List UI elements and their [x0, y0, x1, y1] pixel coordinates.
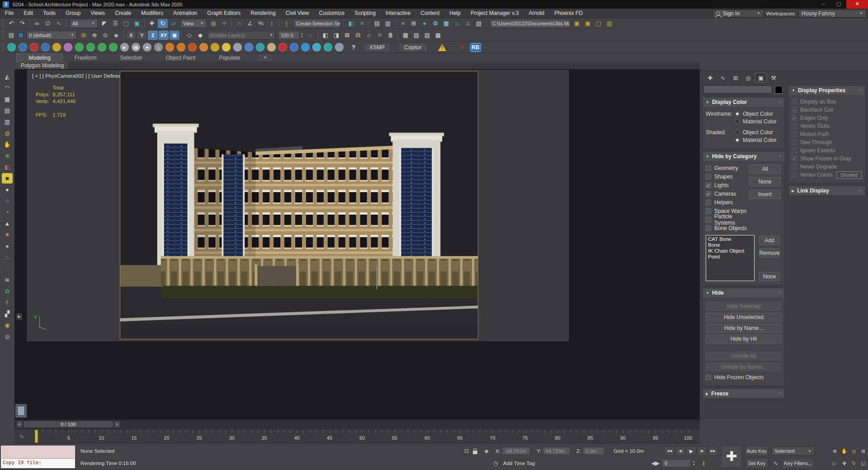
left-tool-icon-19[interactable]: ≋	[2, 275, 13, 285]
scene-explorer-panel-icon[interactable]: ▤	[6, 31, 16, 40]
dp-checkbox-see-through[interactable]	[792, 140, 797, 145]
object-color-swatch[interactable]	[775, 86, 783, 94]
render-setup-icon[interactable]: ⚙	[430, 19, 440, 28]
plugin-icon-21[interactable]	[233, 43, 242, 52]
default-tangent-icon[interactable]: ∿	[771, 459, 780, 467]
dp-checkbox-backface-cull[interactable]: –	[792, 107, 797, 113]
zoom-icon[interactable]: ⊕	[830, 447, 839, 456]
left-tool-icon-16[interactable]: ●	[2, 241, 13, 251]
hide-category-none-button[interactable]: None	[749, 177, 781, 186]
close-button[interactable]: ✕	[846, 0, 868, 9]
selection-lock-icon[interactable]	[473, 451, 477, 454]
menu-item-scripting[interactable]: Scripting	[349, 9, 381, 18]
plugin-icon-26[interactable]	[290, 43, 298, 52]
left-tool-icon-13[interactable]: ◔	[2, 207, 13, 217]
constraint-z-button[interactable]: Z	[148, 31, 158, 40]
hide-by-category-header[interactable]: ▼Hide by Category∷	[703, 152, 784, 161]
snaps-toggle-icon[interactable]: ∩	[234, 19, 244, 28]
plugin-icon-19[interactable]	[211, 43, 219, 52]
viewport-layout-flyout-arrow[interactable]: ▶	[16, 313, 22, 320]
value-spinner[interactable]: ▲▼	[301, 32, 303, 38]
left-tool-icon-11[interactable]: ●	[2, 184, 13, 195]
z-coord-field[interactable]: 0.0m	[583, 447, 604, 455]
hide-category-invert-button[interactable]: Invert	[749, 190, 781, 199]
category-checkbox-lights[interactable]: ✓	[706, 183, 711, 188]
polygon-tool-icon[interactable]: ◇	[184, 31, 194, 40]
enable-layers-dropdown[interactable]: (Enable Layers)▼	[207, 31, 276, 40]
previous-frame-icon[interactable]: ◀|	[675, 446, 685, 456]
pan-keyframe-icon[interactable]: ✋	[840, 447, 849, 456]
dp-checkbox-vertex-colors[interactable]	[792, 172, 797, 178]
left-tool-icon-15[interactable]: ☀	[2, 230, 13, 240]
plugin-icon-8[interactable]	[86, 43, 95, 52]
plugin-icon-23[interactable]	[256, 43, 264, 52]
plugin-icon-29[interactable]	[324, 43, 332, 52]
pivot-surface-icon[interactable]: ◉	[170, 31, 179, 40]
viewport-layout-tab[interactable]	[15, 404, 27, 418]
shaded-material-color-radio[interactable]	[735, 137, 740, 143]
zoom-extents-all-icon[interactable]: ⊞	[859, 447, 868, 456]
hide-by-name[interactable]: Hide by Name...	[706, 324, 782, 333]
select-and-link-icon[interactable]: ∞	[32, 19, 42, 28]
plugin-icon-28[interactable]	[312, 43, 321, 52]
listener-script-pane[interactable]: Copy 19 file:	[1, 459, 75, 468]
y-coord-field[interactable]: 64.729m	[543, 447, 570, 455]
absolute-mode-icon[interactable]: ◈	[482, 447, 491, 455]
weld-icon[interactable]: ⊠	[342, 31, 352, 40]
material-editor-icon[interactable]: ●	[420, 19, 429, 28]
x-coord-field[interactable]: -68.291m	[502, 447, 530, 455]
dp-checkbox-show-frozen-in-gray[interactable]: ✓	[792, 156, 797, 161]
percent-snap-icon[interactable]: %	[256, 19, 266, 28]
ribbon-tab-populate[interactable]: Populate	[207, 54, 252, 62]
hide-header[interactable]: ▼Hide∷	[703, 288, 784, 297]
plugin-icon-10[interactable]	[109, 43, 118, 52]
orbit-icon[interactable]: ↻	[849, 459, 858, 468]
help-icon[interactable]: ?	[349, 43, 359, 52]
category-checkbox-geometry[interactable]	[706, 165, 711, 171]
schematic-view-icon[interactable]: ⊞	[409, 19, 419, 28]
menu-item-help[interactable]: Help	[444, 9, 466, 18]
hierarchy-tab[interactable]: ⊞	[730, 73, 741, 83]
set-current-layer-icon[interactable]: ◈	[111, 31, 121, 40]
menu-item-arnold[interactable]: Arnold	[524, 9, 549, 18]
track-bar[interactable]: ∿ 05101520253035404550556065707580859095…	[14, 429, 700, 443]
set-keys-button[interactable]: ✚	[721, 446, 742, 468]
plugin-icon-30[interactable]	[335, 43, 344, 52]
menu-item-tools[interactable]: Tools	[38, 9, 61, 18]
left-tool-icon-8[interactable]: ❀	[2, 150, 13, 161]
plugin-icon-18[interactable]	[199, 43, 208, 52]
freeze-header[interactable]: ▶Freeze∷	[703, 389, 784, 398]
import-container-icon[interactable]: ▣	[572, 19, 582, 28]
array-icon[interactable]: ▦	[401, 31, 410, 40]
left-tool-icon-18[interactable]: ◦	[2, 263, 13, 274]
toggle-scene-explorer-icon[interactable]: ▤	[372, 19, 382, 28]
align-normals-icon[interactable]: ▩	[433, 31, 443, 40]
category-checkbox-cameras[interactable]: ✓	[706, 191, 711, 197]
wireframe-object-color-radio[interactable]	[735, 111, 740, 117]
category-checkbox-helpers[interactable]	[706, 200, 711, 205]
category-checkbox-shapes[interactable]	[706, 174, 711, 179]
menu-item-views[interactable]: Views	[85, 9, 110, 18]
display-tab[interactable]: ▣	[755, 73, 767, 83]
container-helper-icon[interactable]: ▢	[594, 19, 604, 28]
previous-frame-arrow[interactable]: <	[16, 421, 23, 428]
hide-category-all-button[interactable]: All	[749, 164, 781, 174]
mini-curve-editor-icon[interactable]: ∿	[16, 431, 27, 442]
polygon-modeling-panel[interactable]: Polygon Modeling	[16, 62, 69, 69]
edit-named-selection-sets-icon[interactable]: {	[282, 19, 292, 28]
left-tool-icon-21[interactable]: ✌	[2, 297, 13, 308]
dp-checkbox-display-as-box[interactable]	[792, 99, 797, 104]
timeline-handle[interactable]	[35, 430, 38, 443]
plugin-icon-3[interactable]	[30, 43, 38, 52]
play-icon[interactable]: ▶	[686, 446, 696, 456]
rb-plugin-badge[interactable]: RB	[470, 43, 481, 52]
plugin-icon-13[interactable]: ■	[143, 43, 151, 52]
dp-checkbox-motion-path[interactable]	[792, 132, 797, 137]
spacing-icon[interactable]: ▧	[411, 31, 421, 40]
link-display-header[interactable]: ▶Link Display∷	[789, 186, 865, 195]
menu-item-edit[interactable]: Edit	[19, 9, 38, 18]
bridge-icon[interactable]: ⊟	[353, 31, 363, 40]
toggle-layer-explorer-icon[interactable]: ▥	[383, 19, 393, 28]
mirror-geometry-icon[interactable]: ◧	[321, 31, 330, 40]
ribbon-tab-freeform[interactable]: Freeform	[63, 54, 108, 62]
